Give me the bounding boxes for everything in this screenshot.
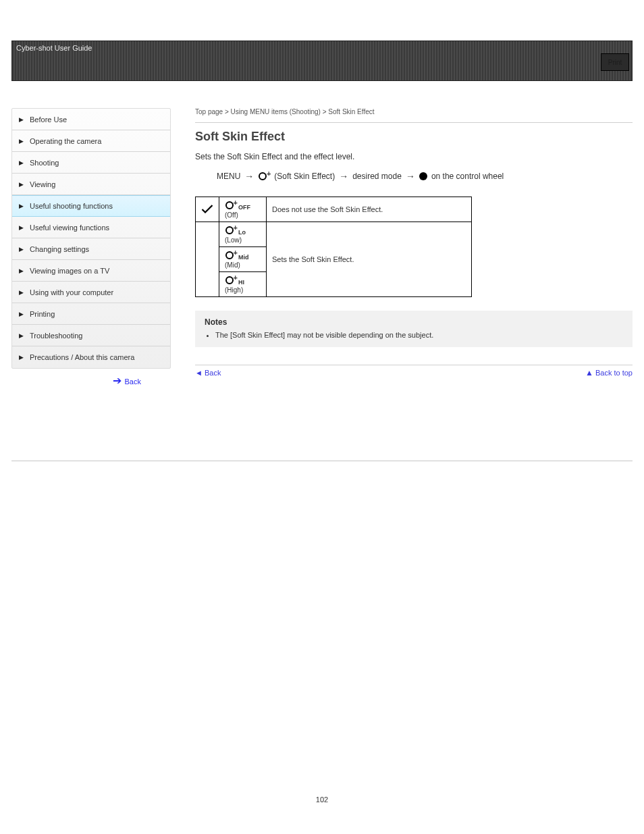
option-icon-mid: + Mid bbox=[225, 250, 261, 261]
footer-row: ◄ Back ▲ Back to top bbox=[195, 368, 633, 377]
chevron-right-icon: ▶ bbox=[18, 289, 24, 296]
sidebar-item-label: Printing bbox=[30, 310, 55, 318]
sidebar-item-troubleshooting[interactable]: ▶ Troubleshooting bbox=[12, 325, 170, 346]
triangle-up-icon: ▲ bbox=[585, 368, 593, 377]
option-label: (High) bbox=[225, 286, 243, 294]
sidebar-item-before-use[interactable]: ▶ Before Use bbox=[12, 109, 170, 130]
sidebar-back-button[interactable]: ➔ Back bbox=[11, 374, 171, 387]
option-label: (Low) bbox=[225, 236, 242, 244]
note-item: The [Soft Skin Effect] may not be visibl… bbox=[215, 331, 623, 339]
sidebar-item-label: Troubleshooting bbox=[30, 332, 82, 340]
arrow-right-icon: → bbox=[244, 171, 254, 182]
chevron-right-icon: ▶ bbox=[18, 354, 24, 361]
print-button-label: Print bbox=[608, 59, 622, 66]
chevron-right-icon: ▶ bbox=[18, 267, 24, 274]
checkmark-icon bbox=[201, 205, 213, 214]
chevron-right-icon: ▶ bbox=[18, 246, 24, 253]
page-number: 102 bbox=[0, 796, 644, 804]
footer-back-link[interactable]: ◄ Back bbox=[195, 369, 221, 377]
option-label: (Off) bbox=[225, 211, 238, 219]
note-heading: Notes bbox=[205, 317, 623, 327]
option-icon-high: + HI bbox=[225, 275, 261, 286]
breadcrumb: Top page > Using MENU items (Shooting) >… bbox=[195, 108, 633, 115]
chevron-right-icon: ▶ bbox=[18, 181, 24, 188]
sidebar-back-label: Back bbox=[124, 377, 140, 386]
option-desc: Sets the Soft Skin Effect. bbox=[267, 222, 472, 297]
option-icon-low: + Lo bbox=[225, 225, 261, 236]
header-band: Cyber-shot User Guide Print bbox=[11, 41, 633, 81]
arrow-right-icon: → bbox=[406, 171, 415, 182]
sidebar-item-label: Viewing images on a TV bbox=[30, 267, 109, 275]
sidebar-item-label: Useful shooting functions bbox=[30, 202, 113, 210]
option-icon-off: + OFF bbox=[225, 200, 261, 211]
note-block: Notes The [Soft Skin Effect] may not be … bbox=[195, 311, 633, 347]
chevron-right-icon: ▶ bbox=[18, 159, 24, 166]
path-step-menu: MENU bbox=[217, 172, 240, 181]
option-desc: Does not use the Soft Skin Effect. bbox=[267, 197, 472, 222]
sidebar-item-precautions[interactable]: ▶ Precautions / About this camera bbox=[12, 346, 170, 368]
divider bbox=[195, 122, 633, 123]
sidebar-item-operating-camera[interactable]: ▶ Operating the camera bbox=[12, 130, 170, 152]
footer-back-label: Back bbox=[205, 369, 221, 377]
sidebar-item-label: Using with your computer bbox=[30, 288, 113, 296]
arrow-left-icon: ◄ bbox=[195, 369, 203, 377]
back-to-top-label: Back to top bbox=[595, 369, 633, 377]
chevron-right-icon: ▶ bbox=[18, 311, 24, 317]
sidebar-item-label: Precautions / About this camera bbox=[30, 353, 134, 361]
sidebar-item-shooting[interactable]: ▶ Shooting bbox=[12, 152, 170, 174]
page-title: Soft Skin Effect bbox=[195, 130, 633, 144]
sidebar-item-useful-shooting[interactable]: ▶ Useful shooting functions bbox=[12, 195, 170, 217]
header-title: Cyber-shot User Guide bbox=[16, 44, 92, 52]
table-row: + OFF (Off) Does not use the Soft Skin E… bbox=[196, 197, 472, 222]
sidebar-item-viewing[interactable]: ▶ Viewing bbox=[12, 174, 170, 195]
soft-skin-icon: + bbox=[258, 171, 270, 182]
path-step-label: (Soft Skin Effect) bbox=[274, 172, 335, 181]
arrow-right-icon: ➔ bbox=[113, 375, 122, 386]
page-description: Sets the Soft Skin Effect and the effect… bbox=[195, 152, 633, 161]
sidebar-item-label: Changing settings bbox=[30, 245, 89, 253]
path-step-wheel: on the control wheel bbox=[431, 172, 504, 181]
divider bbox=[195, 365, 633, 365]
arrow-right-icon: → bbox=[339, 171, 348, 182]
sidebar-item-label: Useful viewing functions bbox=[30, 224, 109, 232]
sidebar: ▶ Before Use ▶ Operating the camera ▶ Sh… bbox=[11, 108, 171, 369]
print-button[interactable]: Print bbox=[601, 53, 629, 71]
menu-path-row: MENU → + (Soft Skin Effect) → desired mo… bbox=[195, 171, 633, 182]
sidebar-item-label: Before Use bbox=[30, 115, 67, 124]
chevron-right-icon: ▶ bbox=[18, 224, 24, 231]
sidebar-item-changing-settings[interactable]: ▶ Changing settings bbox=[12, 238, 170, 260]
chevron-right-icon: ▶ bbox=[18, 203, 24, 209]
divider bbox=[11, 461, 633, 461]
option-label: (Mid) bbox=[225, 261, 240, 269]
table-row: + Lo (Low) Sets the Soft Skin Effect. bbox=[196, 222, 472, 247]
back-to-top-link[interactable]: ▲ Back to top bbox=[583, 368, 633, 377]
sidebar-item-viewing-tv[interactable]: ▶ Viewing images on a TV bbox=[12, 260, 170, 282]
chevron-right-icon: ▶ bbox=[18, 116, 24, 123]
sidebar-item-label: Viewing bbox=[30, 180, 55, 188]
path-step-mode: desired mode bbox=[352, 172, 402, 181]
chevron-right-icon: ▶ bbox=[18, 332, 24, 339]
sidebar-item-label: Operating the camera bbox=[30, 137, 101, 145]
sidebar-item-label: Shooting bbox=[30, 159, 59, 167]
sidebar-item-printing[interactable]: ▶ Printing bbox=[12, 303, 170, 325]
chevron-right-icon: ▶ bbox=[18, 138, 24, 145]
options-table: + OFF (Off) Does not use the Soft Skin E… bbox=[195, 197, 472, 297]
note-list: The [Soft Skin Effect] may not be visibl… bbox=[215, 331, 623, 339]
control-wheel-center-icon bbox=[419, 172, 427, 180]
sidebar-item-useful-viewing[interactable]: ▶ Useful viewing functions bbox=[12, 217, 170, 238]
sidebar-item-using-computer[interactable]: ▶ Using with your computer bbox=[12, 282, 170, 303]
